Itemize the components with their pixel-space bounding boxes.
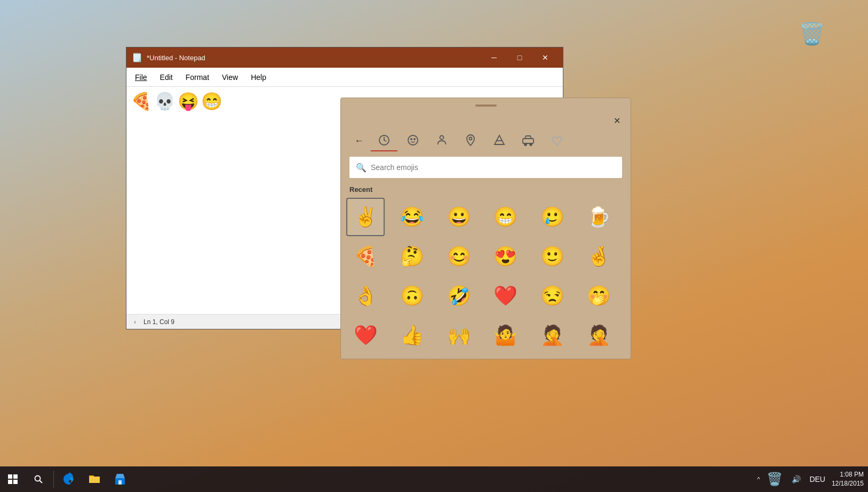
- emoji-pizza: 🍕: [131, 91, 152, 111]
- emoji-cell[interactable]: 😀: [440, 198, 478, 236]
- category-people[interactable]: [428, 130, 455, 151]
- emoji-cell[interactable]: 🤦: [580, 316, 618, 354]
- notepad-titlebar: 🗒️ *Untitled - Notepad ─ □ ✕: [126, 47, 563, 68]
- recycle-bin-desktop[interactable]: 🗑️: [799, 21, 825, 46]
- emoji-cell[interactable]: 😒: [533, 277, 571, 315]
- emoji-search-input[interactable]: [371, 163, 616, 172]
- emoji-cell[interactable]: 👍: [393, 316, 432, 354]
- emoji-cell[interactable]: 🤔: [393, 237, 432, 276]
- svg-rect-14: [118, 480, 122, 485]
- emoji-cell[interactable]: ❤️: [346, 316, 385, 354]
- emoji-picker: ✕ ←: [340, 98, 631, 359]
- svg-point-1: [408, 135, 418, 145]
- notepad-controls: ─ □ ✕: [482, 49, 558, 66]
- emoji-cell[interactable]: 😊: [440, 237, 478, 276]
- emoji-grin: 😁: [201, 91, 222, 111]
- category-food[interactable]: [486, 130, 513, 151]
- menu-format[interactable]: Format: [179, 71, 216, 84]
- notepad-icon: 🗒️: [132, 52, 142, 63]
- svg-line-12: [40, 481, 43, 483]
- start-button[interactable]: [0, 466, 26, 492]
- taskbar-edge-icon[interactable]: [56, 466, 82, 492]
- clock-time: 1:08 PM: [832, 470, 864, 479]
- taskbar-search-button[interactable]: [26, 466, 51, 492]
- notepad-title: *Untitled - Notepad: [147, 54, 482, 62]
- emoji-cell[interactable]: 🤦: [533, 316, 571, 354]
- emoji-cell[interactable]: 🍕: [346, 237, 385, 276]
- emoji-cell[interactable]: 🙌: [440, 316, 478, 354]
- recycle-bin-icon: 🗑️: [799, 21, 825, 46]
- drag-bar[interactable]: [341, 98, 631, 113]
- emoji-search-bar: 🔍: [349, 157, 622, 178]
- clock-date: 12/18/2015: [832, 479, 864, 488]
- category-smileys[interactable]: [400, 130, 426, 151]
- taskbar-divider: [53, 471, 54, 488]
- emoji-skull: 💀: [154, 91, 176, 111]
- menu-view[interactable]: View: [216, 71, 244, 84]
- svg-point-5: [469, 138, 472, 140]
- category-hearts[interactable]: [544, 130, 570, 151]
- cursor-position: Ln 1, Col 9: [144, 318, 174, 326]
- desktop: 🗒️ *Untitled - Notepad ─ □ ✕ File Edit F…: [0, 0, 868, 492]
- taskbar-explorer-icon[interactable]: [82, 466, 107, 492]
- svg-point-10: [530, 143, 532, 146]
- category-location[interactable]: [457, 130, 484, 151]
- nav-back-button[interactable]: ←: [349, 131, 369, 150]
- notepad-menubar: File Edit Format View Help: [126, 68, 563, 87]
- emoji-close-button[interactable]: ✕: [609, 113, 624, 128]
- menu-edit[interactable]: Edit: [154, 71, 179, 84]
- scroll-left-button[interactable]: ‹: [131, 318, 139, 326]
- windows-logo: [8, 474, 18, 484]
- menu-file[interactable]: File: [129, 71, 154, 84]
- svg-rect-8: [523, 139, 533, 143]
- maximize-button[interactable]: □: [507, 49, 532, 66]
- emoji-cell[interactable]: 😂: [393, 198, 432, 236]
- emoji-cell[interactable]: 🙃: [393, 277, 432, 315]
- emoji-picker-nav: ←: [341, 128, 631, 151]
- emoji-grid: ✌️ 😂 😀 😁 🥲 🍺 🍕 🤔 😊 😍 🙂 🤞 👌 🙃 🤣 ❤️ 😒 🤭 ❤️…: [341, 198, 631, 354]
- svg-point-11: [35, 476, 41, 481]
- language-indicator[interactable]: DEU: [807, 474, 827, 485]
- emoji-cell[interactable]: 🤭: [580, 277, 618, 315]
- svg-point-9: [524, 143, 527, 146]
- emoji-cell[interactable]: 🍺: [580, 198, 618, 236]
- drag-handle: [475, 104, 497, 107]
- close-button[interactable]: ✕: [533, 49, 558, 66]
- emoji-cell[interactable]: 👌: [346, 277, 385, 315]
- emoji-cell[interactable]: 😁: [487, 198, 525, 236]
- recycle-bin-tray-icon: 🗑️: [764, 469, 785, 490]
- taskbar: ^ 🗑️ 🔊 DEU 1:08 PM 12/18/2015: [0, 466, 868, 492]
- search-icon: 🔍: [356, 163, 367, 173]
- taskbar-right: ^ 🗑️ 🔊 DEU 1:08 PM 12/18/2015: [753, 466, 868, 492]
- emoji-cell[interactable]: 🤞: [580, 237, 618, 276]
- emoji-cell[interactable]: 🥲: [533, 198, 571, 236]
- taskbar-store-icon[interactable]: [107, 466, 133, 492]
- emoji-cell[interactable]: 😍: [487, 237, 525, 276]
- emoji-cell[interactable]: 🤷: [487, 316, 525, 354]
- emoji-tongue: 😝: [178, 91, 199, 111]
- emoji-section-label: Recent: [341, 183, 631, 198]
- svg-point-2: [411, 139, 412, 140]
- tray-show-hidden[interactable]: ^: [757, 476, 760, 482]
- category-recent[interactable]: [371, 130, 397, 151]
- emoji-cell[interactable]: 🤣: [440, 277, 478, 315]
- minimize-button[interactable]: ─: [482, 49, 506, 66]
- taskbar-clock: 1:08 PM 12/18/2015: [832, 470, 864, 488]
- svg-point-4: [440, 136, 444, 140]
- emoji-cell[interactable]: ❤️: [487, 277, 525, 315]
- menu-help[interactable]: Help: [244, 71, 273, 84]
- svg-point-3: [414, 139, 415, 140]
- svg-marker-6: [495, 135, 504, 144]
- emoji-cell[interactable]: ✌️: [346, 198, 385, 236]
- volume-icon[interactable]: 🔊: [790, 474, 803, 485]
- category-travel[interactable]: [515, 130, 541, 151]
- emoji-cell[interactable]: 🙂: [533, 237, 571, 276]
